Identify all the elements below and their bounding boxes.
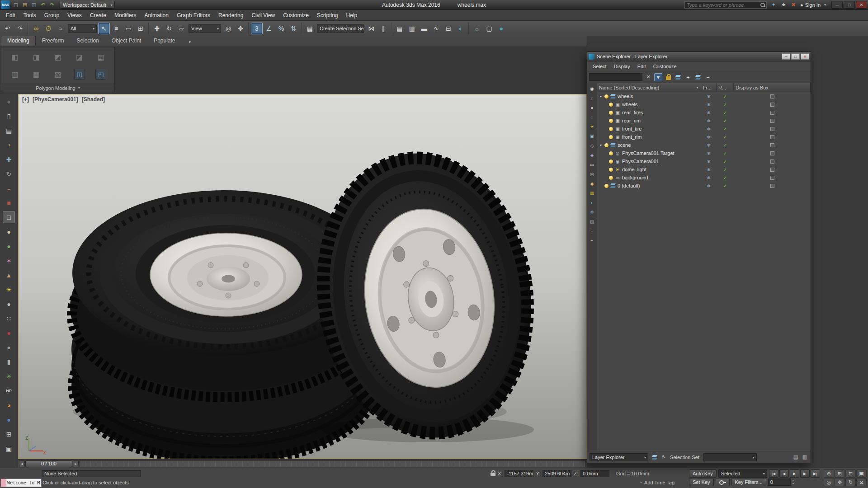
pick-layer-icon[interactable] xyxy=(674,73,682,81)
frame-spinner[interactable]: ▴▾ xyxy=(793,479,794,485)
visibility-bulb-icon[interactable] xyxy=(609,127,613,131)
orange-pie-icon[interactable]: ◕ xyxy=(3,399,15,411)
renderable-icon[interactable]: ✓ xyxy=(723,143,727,148)
field-of-view-icon[interactable]: ◎ xyxy=(824,478,834,486)
layer-manager-icon[interactable] xyxy=(651,454,658,461)
hp-icon[interactable]: HP xyxy=(3,385,15,397)
communication-center-icon[interactable]: ✦ xyxy=(769,1,778,9)
display-as-box-icon[interactable] xyxy=(770,119,774,123)
display-helpers-icon[interactable]: ◇ xyxy=(588,141,596,150)
display-bones-icon[interactable]: ◆ xyxy=(588,179,596,188)
save-file-icon[interactable]: ◫ xyxy=(30,1,38,9)
pearl-sphere-icon[interactable]: ● xyxy=(3,341,15,353)
frozen-icon[interactable]: ❄ xyxy=(707,175,711,180)
zoom-icon[interactable]: ⊕ xyxy=(824,469,834,478)
display-containers-icon[interactable]: ▦ xyxy=(588,188,596,198)
maximize-button[interactable]: □ xyxy=(844,1,855,9)
previous-frame-button[interactable]: ◀ xyxy=(779,469,789,478)
ribbon-tab-object-paint[interactable]: Object Paint xyxy=(105,36,147,46)
set-key-button[interactable]: Set Key xyxy=(689,478,714,486)
reference-coordinate-system-dropdown[interactable]: View xyxy=(189,24,221,33)
new-scene-icon[interactable]: ▢ xyxy=(12,1,20,9)
display-spacewarps-icon[interactable]: ◈ xyxy=(588,150,596,160)
export-table-icon[interactable]: ▥ xyxy=(801,454,808,461)
minimize-button[interactable]: ─ xyxy=(831,1,843,9)
dark-sphere-icon[interactable]: ● xyxy=(3,95,15,108)
menu-create[interactable]: Create xyxy=(86,10,110,21)
macro-recorder-field[interactable] xyxy=(0,479,6,487)
white-square-icon[interactable]: □ xyxy=(3,211,15,223)
expand-all-icon[interactable]: + xyxy=(588,226,596,236)
named-selection-sets-dropdown[interactable]: Create Selection Se xyxy=(317,24,364,33)
ribbon-collapse-button[interactable]: ▾ xyxy=(185,38,195,46)
previous-frame-button[interactable]: ◄ xyxy=(19,460,25,467)
scene-row[interactable]: ☀dome_light❄✓ xyxy=(597,165,811,174)
viewport[interactable]: [+] [PhysCamera001] [Shaded] Z x xyxy=(18,94,587,459)
scene-row[interactable]: ▣rear_tires❄✓ xyxy=(597,108,811,117)
bind-to-space-warp-icon[interactable]: ≈ xyxy=(55,23,66,34)
visibility-bulb-icon[interactable] xyxy=(609,176,613,180)
flower-icon[interactable]: ✶ xyxy=(3,254,15,267)
display-shapes-icon[interactable]: ◌ xyxy=(588,113,596,122)
orbit-camera-icon[interactable]: ↻ xyxy=(845,478,856,486)
ribbon-tab-populate[interactable]: Populate xyxy=(147,36,181,46)
pan-view-icon[interactable]: ✥ xyxy=(835,478,845,486)
display-materials-icon[interactable]: ◐ xyxy=(588,198,596,207)
renderable-icon[interactable]: ✓ xyxy=(723,135,727,140)
render-production-icon[interactable]: ● xyxy=(495,23,507,34)
open-file-icon[interactable]: ▤ xyxy=(21,1,29,9)
ribbon-tab-selection[interactable]: Selection xyxy=(70,36,105,46)
frozen-icon[interactable]: ❄ xyxy=(707,151,711,156)
lock-explorer-icon[interactable] xyxy=(664,73,672,81)
visibility-bulb-icon[interactable] xyxy=(609,160,613,164)
frozen-icon[interactable]: ❄ xyxy=(707,135,711,140)
select-and-link-icon[interactable]: ∞ xyxy=(30,23,42,34)
scene-row[interactable]: ▣rear_rim❄✓ xyxy=(597,117,811,125)
unlink-selection-icon[interactable]: ∅ xyxy=(42,23,54,34)
menu-group[interactable]: Group xyxy=(40,10,63,21)
rotate-tool-icon[interactable]: ↻ xyxy=(3,168,15,180)
x-coordinate-field[interactable]: -1157.319m xyxy=(505,470,533,477)
pick-object-icon[interactable]: ↖ xyxy=(660,454,667,461)
maximize-viewport-toggle-icon[interactable]: ⊠ xyxy=(856,478,867,486)
teapot-icon[interactable]: ◒ xyxy=(3,182,15,194)
renderable-icon[interactable]: ✓ xyxy=(723,175,727,180)
explorer-type-dropdown[interactable]: Layer Explorer xyxy=(590,453,648,461)
scene-explorer-menu-customize[interactable]: Customize xyxy=(650,64,680,69)
renderable-icon[interactable]: ✓ xyxy=(723,183,727,188)
visibility-bulb-icon[interactable] xyxy=(609,119,613,123)
set-keys-icon-button[interactable] xyxy=(716,478,730,486)
viewport-general-menu[interactable]: [+] xyxy=(22,96,29,103)
display-as-box-icon[interactable] xyxy=(770,160,774,164)
scene-row[interactable]: ▭background❄✓ xyxy=(597,174,811,182)
transform-gizmo-icon[interactable]: ✚ xyxy=(3,153,15,165)
scene-explorer-menu-edit[interactable]: Edit xyxy=(634,64,650,69)
scene-row[interactable]: 0 (default)❄✓ xyxy=(597,182,811,190)
visibility-bulb-icon[interactable] xyxy=(604,94,609,99)
redo-icon[interactable]: ↷ xyxy=(48,1,56,9)
green-sphere-icon[interactable]: ● xyxy=(3,240,15,252)
display-as-box-icon[interactable] xyxy=(770,135,774,139)
sign-in-button[interactable]: ● Sign In xyxy=(800,2,826,8)
search-filter-button[interactable]: ▼ xyxy=(654,73,662,81)
zoom-all-icon[interactable]: ⊞ xyxy=(835,469,845,478)
select-and-move-icon[interactable]: ✚ xyxy=(151,23,163,34)
scene-row[interactable]: ▼wheels❄✓ xyxy=(597,92,811,100)
cube-icon[interactable]: ▣ xyxy=(3,442,15,455)
visibility-bulb-icon[interactable] xyxy=(604,143,609,147)
renderable-icon[interactable]: ✓ xyxy=(723,118,727,123)
use-pivot-point-center-icon[interactable]: ◎ xyxy=(222,23,234,34)
selection-filter-dropdown[interactable]: All xyxy=(68,24,97,33)
frozen-icon[interactable]: ❄ xyxy=(707,110,711,115)
menu-edit[interactable]: Edit xyxy=(2,10,19,21)
key-mode-dropdown[interactable]: Selected xyxy=(718,469,767,478)
add-to-active-layer-icon[interactable] xyxy=(694,73,702,81)
display-as-box-icon[interactable] xyxy=(770,151,774,155)
scene-explorer-close-button[interactable]: ✕ xyxy=(801,53,809,60)
display-frozen-icon[interactable]: ❄ xyxy=(588,207,596,217)
expand-caret-icon[interactable]: ▼ xyxy=(599,144,603,147)
frozen-icon[interactable]: ❄ xyxy=(707,94,711,99)
page-icon[interactable]: ▯ xyxy=(3,110,15,122)
toggle-ribbon-icon[interactable]: ▬ xyxy=(418,23,430,34)
renderable-icon[interactable]: ✓ xyxy=(723,167,727,172)
